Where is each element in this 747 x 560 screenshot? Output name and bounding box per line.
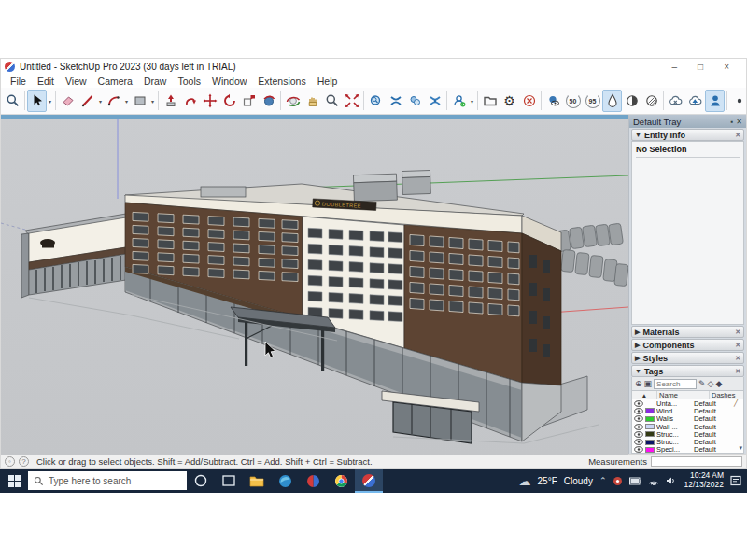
tag-search-input[interactable]: [654, 379, 697, 389]
follow-me-icon[interactable]: [180, 90, 200, 112]
panel-components[interactable]: ▶ Components ✕: [631, 339, 744, 351]
account-dropdown-icon[interactable]: ▾: [469, 98, 475, 105]
download-model-icon[interactable]: [405, 90, 425, 112]
panel-close-icon[interactable]: ✕: [735, 355, 740, 362]
zoom-tool-icon[interactable]: [322, 90, 342, 112]
point-icon[interactable]: [729, 90, 746, 112]
cancel-icon[interactable]: [519, 90, 539, 112]
select-dropdown-icon[interactable]: ▾: [47, 98, 53, 105]
measurements-input[interactable]: [651, 456, 742, 467]
zoom-extents-icon[interactable]: [342, 90, 361, 112]
action-center-icon[interactable]: [730, 475, 741, 486]
tray-close-icon[interactable]: ✕: [736, 118, 742, 126]
close-button[interactable]: ×: [724, 62, 729, 72]
cloud-upload-icon[interactable]: [685, 90, 705, 112]
cortana-icon[interactable]: [187, 469, 215, 493]
eye-icon[interactable]: [632, 446, 645, 453]
eye-icon[interactable]: [632, 415, 645, 422]
menu-extensions[interactable]: Extensions: [252, 76, 311, 87]
pencil-icon[interactable]: ✎: [698, 380, 706, 388]
warehouse-search-icon[interactable]: [366, 90, 386, 112]
tag-color-swatch[interactable]: [645, 431, 655, 437]
share-model-icon[interactable]: [386, 90, 405, 112]
menu-file[interactable]: File: [5, 76, 32, 87]
menu-window[interactable]: Window: [206, 76, 252, 87]
taskbar-search[interactable]: Type here to search: [28, 471, 187, 490]
file-explorer-icon[interactable]: [243, 469, 271, 493]
tray-pin-icon[interactable]: ▪: [730, 118, 733, 126]
tag-color-swatch[interactable]: [645, 416, 655, 422]
contrast-style-icon[interactable]: [622, 90, 641, 112]
panel-close-icon[interactable]: ✕: [735, 342, 740, 349]
menu-view[interactable]: View: [60, 76, 92, 87]
rotate-tool-icon[interactable]: [219, 90, 239, 112]
user-profile-icon[interactable]: [705, 90, 725, 112]
arc-dropdown-icon[interactable]: ▾: [123, 98, 130, 105]
eye-icon[interactable]: [632, 424, 645, 430]
dashes-column-header[interactable]: Dashes: [709, 391, 743, 399]
notification-app-icon[interactable]: [613, 476, 623, 486]
eraser-icon[interactable]: [58, 90, 78, 112]
panel-close-icon[interactable]: ✕: [735, 329, 740, 336]
paint-bucket-icon[interactable]: [259, 90, 278, 112]
shadow-50-icon[interactable]: 50: [563, 90, 583, 112]
tag-outline-icon[interactable]: ◇: [708, 380, 714, 388]
geolocation-icon[interactable]: ◦: [5, 456, 15, 467]
tag-color-swatch[interactable]: [645, 424, 655, 429]
tag-filter-icon[interactable]: ◆: [716, 380, 723, 388]
account-icon[interactable]: [449, 90, 469, 112]
panel-materials[interactable]: ▶ Materials ✕: [631, 326, 744, 338]
help-icon[interactable]: ?: [19, 456, 29, 467]
eye-icon[interactable]: [632, 408, 645, 414]
eye-icon[interactable]: [632, 400, 645, 407]
sketchup-taskbar-icon[interactable]: [355, 469, 383, 493]
add-tag-icon[interactable]: ⊕: [635, 380, 642, 388]
zoom-window-icon[interactable]: [3, 90, 22, 112]
chrome-icon[interactable]: [327, 469, 355, 493]
rectangle-dropdown-icon[interactable]: ▾: [149, 98, 156, 105]
menu-tools[interactable]: Tools: [172, 76, 206, 87]
tag-color-swatch[interactable]: [645, 408, 655, 413]
panel-tags[interactable]: ▼ Tags ✕: [631, 365, 744, 377]
settings-gear-icon[interactable]: ⚙: [500, 90, 519, 112]
watermark-drop-icon[interactable]: [602, 90, 622, 112]
hidden-icons-chevron[interactable]: ⌃: [599, 476, 607, 485]
tag-dashes[interactable]: Default: [694, 445, 743, 454]
panel-entity-info[interactable]: ▼ Entity Info ✕: [631, 129, 744, 141]
start-button[interactable]: [0, 469, 28, 493]
panel-close-icon[interactable]: ✕: [735, 368, 740, 375]
model-viewport[interactable]: DOUBLETREE: [1, 115, 628, 455]
add-tag-folder-icon[interactable]: ▣: [644, 380, 653, 388]
menu-draw[interactable]: Draw: [138, 76, 173, 87]
tray-title-bar[interactable]: Default Tray ▪✕: [629, 115, 746, 128]
weather-condition[interactable]: Cloudy: [564, 476, 593, 486]
task-view-icon[interactable]: [215, 469, 243, 493]
red-blue-app-icon[interactable]: [299, 469, 327, 493]
menu-camera[interactable]: Camera: [92, 76, 138, 87]
eye-icon[interactable]: [632, 431, 645, 438]
taskbar-clock[interactable]: 10:24 AM 12/13/2022: [684, 471, 724, 490]
tag-color-swatch[interactable]: [645, 440, 655, 445]
cloud-remove-icon[interactable]: [666, 90, 685, 112]
pan-tool-icon[interactable]: [303, 90, 322, 112]
scale-tool-icon[interactable]: [239, 90, 259, 112]
shadow-95-icon[interactable]: 95: [583, 90, 602, 112]
orbit-tool-icon[interactable]: [283, 90, 303, 112]
tag-color-swatch[interactable]: [645, 447, 655, 453]
speaker-icon[interactable]: [666, 476, 677, 485]
sort-icon[interactable]: ▴: [632, 391, 656, 399]
battery-icon[interactable]: [629, 477, 641, 485]
title-bar[interactable]: Untitled - SketchUp Pro 2023 (30 days le…: [1, 59, 746, 74]
hatch-style-icon[interactable]: [641, 90, 661, 112]
extension-warehouse-icon[interactable]: [425, 90, 444, 112]
name-column-header[interactable]: Name: [656, 391, 709, 399]
panel-close-icon[interactable]: ✕: [735, 132, 740, 139]
scroll-down-icon[interactable]: ▾: [739, 444, 742, 452]
open-folder-icon[interactable]: [480, 90, 500, 112]
edge-browser-icon[interactable]: [271, 469, 299, 493]
menu-edit[interactable]: Edit: [32, 76, 60, 87]
select-tool-icon[interactable]: [27, 90, 47, 112]
push-pull-icon[interactable]: [161, 90, 180, 112]
menu-help[interactable]: Help: [312, 76, 344, 87]
weather-temp[interactable]: 25°F: [538, 476, 557, 486]
